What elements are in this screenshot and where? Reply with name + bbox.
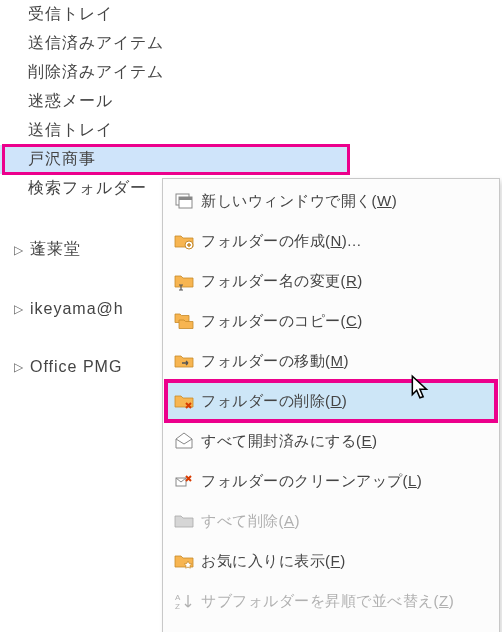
tree-item-label: Office PMG: [30, 358, 122, 376]
menu-label: フォルダーのコピー(C): [201, 312, 363, 331]
menu-label: フォルダーの作成(N)...: [201, 232, 361, 251]
caret-icon: ▷: [14, 302, 26, 316]
folder-custom-selected[interactable]: 戸沢商事: [0, 145, 350, 174]
menu-mark-all-read[interactable]: すべて開封済みにする(E): [165, 421, 497, 461]
menu-label: すべて開封済みにする(E): [201, 432, 378, 451]
menu-label: すべて削除(A): [201, 512, 300, 531]
caret-icon: ▷: [14, 243, 26, 257]
folder-sent[interactable]: 送信済みアイテム: [0, 29, 350, 58]
menu-label: フォルダーの削除(D): [201, 392, 347, 411]
menu-rename-folder[interactable]: フォルダー名の変更(R): [165, 261, 497, 301]
svg-text:Z: Z: [175, 602, 180, 611]
folder-copy-icon: [167, 310, 201, 332]
menu-delete-all: すべて削除(A): [165, 501, 497, 541]
menu-label: フォルダーのクリーンアップ(L): [201, 472, 422, 491]
folder-outbox[interactable]: 送信トレイ: [0, 116, 350, 145]
folder-inbox[interactable]: 受信トレイ: [0, 0, 350, 29]
folder-rename-icon: [167, 270, 201, 292]
svg-rect-2: [179, 197, 192, 200]
envelope-open-icon: [167, 430, 201, 452]
folder-delete-all-icon: [167, 510, 201, 532]
menu-label: 新しいウィンドウで開く(W): [201, 192, 397, 211]
folder-move-icon: [167, 350, 201, 372]
menu-move-folder[interactable]: フォルダーの移動(M): [165, 341, 497, 381]
folder-cleanup-icon: [167, 470, 201, 492]
menu-label: フォルダー名の変更(R): [201, 272, 363, 291]
folder-deleted[interactable]: 削除済みアイテム: [0, 58, 350, 87]
menu-label: お気に入りに表示(F): [201, 552, 346, 571]
menu-cleanup-folder[interactable]: フォルダーのクリーンアップ(L): [165, 461, 497, 501]
menu-label: フォルダーの移動(M): [201, 352, 349, 371]
folder-favorite-icon: [167, 550, 201, 572]
tree-item-label: ikeyama@h: [30, 300, 124, 318]
context-menu: 新しいウィンドウで開く(W) フォルダーの作成(N)... フォルダー名の変更(…: [162, 178, 500, 632]
menu-show-favorites[interactable]: お気に入りに表示(F): [165, 541, 497, 581]
menu-sort-subfolders: AZ サブフォルダーを昇順で並べ替え(Z): [165, 581, 497, 621]
menu-copy-folder[interactable]: フォルダーのコピー(C): [165, 301, 497, 341]
sort-az-icon: AZ: [167, 590, 201, 612]
folder-new-icon: [167, 230, 201, 252]
svg-text:A: A: [175, 593, 181, 602]
caret-icon: ▷: [14, 360, 26, 374]
menu-delete-folder[interactable]: フォルダーの削除(D): [165, 381, 497, 421]
folder-junk[interactable]: 迷惑メール: [0, 87, 350, 116]
menu-label: サブフォルダーを昇順で並べ替え(Z): [201, 592, 454, 611]
menu-move-up[interactable]: 上へ(U): [165, 621, 497, 632]
folder-delete-icon: [167, 390, 201, 412]
tree-item-label: 蓬莱堂: [30, 239, 81, 260]
menu-open-new-window[interactable]: 新しいウィンドウで開く(W): [165, 181, 497, 221]
menu-create-folder[interactable]: フォルダーの作成(N)...: [165, 221, 497, 261]
new-window-icon: [167, 190, 201, 212]
